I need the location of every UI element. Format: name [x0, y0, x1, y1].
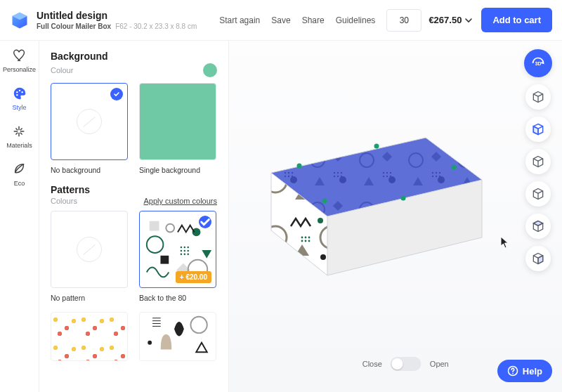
svg-point-20 — [187, 254, 189, 256]
chevron-down-icon — [464, 16, 473, 25]
svg-point-26 — [148, 341, 152, 345]
svg-point-6 — [166, 224, 174, 233]
view-cube-5[interactable] — [525, 214, 551, 239]
pattern-price-tag: + €20.00 — [176, 271, 211, 283]
bg-option-none[interactable] — [51, 83, 128, 160]
svg-point-60 — [512, 373, 514, 374]
svg-point-15 — [181, 250, 183, 252]
svg-marker-27 — [196, 343, 207, 353]
rail-eco[interactable]: Eco — [12, 162, 27, 187]
price-dropdown[interactable]: €267.50 — [429, 15, 473, 25]
none-icon — [77, 237, 102, 262]
background-heading: Background — [51, 51, 217, 62]
svg-point-5 — [192, 228, 201, 237]
svg-point-21 — [190, 317, 207, 333]
guidelines-link[interactable]: Guidelines — [336, 15, 376, 25]
style-panel: Background Colour No background Single b… — [39, 41, 229, 392]
design-title[interactable]: Untitled design — [37, 10, 197, 21]
svg-point-2 — [21, 91, 22, 93]
box-3d-render — [257, 97, 496, 308]
svg-marker-11 — [202, 250, 211, 259]
open-label: Open — [430, 360, 449, 368]
none-icon — [77, 109, 102, 134]
svg-point-57 — [322, 199, 327, 204]
open-close-toggle[interactable] — [391, 357, 422, 371]
svg-point-13 — [184, 247, 186, 249]
svg-point-12 — [181, 247, 183, 249]
svg-point-18 — [181, 254, 183, 256]
help-icon — [507, 365, 518, 377]
cursor-icon — [500, 236, 510, 249]
save-link[interactable]: Save — [271, 15, 290, 25]
pattern-option-eighties[interactable]: + €20.00 — [139, 211, 216, 288]
svg-point-3 — [16, 94, 18, 96]
sparkle-icon — [11, 124, 27, 139]
svg-point-16 — [184, 250, 186, 252]
background-sub: Colour — [51, 66, 73, 74]
view-cube-1[interactable] — [525, 84, 551, 110]
svg-point-54 — [374, 144, 379, 149]
svg-point-0 — [16, 91, 18, 93]
check-icon — [110, 88, 123, 100]
svg-point-17 — [187, 250, 189, 252]
patterns-heading: Patterns — [51, 184, 217, 195]
rail-personalize[interactable]: Personalize — [3, 48, 36, 73]
bg-option-single[interactable] — [139, 83, 216, 160]
svg-point-1 — [18, 90, 20, 91]
help-button[interactable]: Help — [497, 360, 552, 382]
svg-point-53 — [297, 164, 302, 169]
palette-icon — [12, 86, 27, 101]
preview-canvas[interactable]: Close Open — [229, 41, 562, 392]
pattern-option-logo[interactable] — [51, 312, 128, 361]
apply-custom-colours-link[interactable]: Apply custom colours — [143, 197, 217, 205]
colour-swatch[interactable] — [203, 63, 217, 77]
add-to-cart-button[interactable]: Add to cart — [481, 8, 552, 32]
rail-materials[interactable]: Materials — [6, 124, 32, 149]
svg-point-19 — [184, 254, 186, 256]
svg-point-4 — [147, 236, 164, 253]
view-cube-2[interactable] — [525, 117, 551, 142]
check-icon — [199, 216, 211, 228]
share-link[interactable]: Share — [302, 15, 325, 25]
svg-rect-7 — [150, 221, 159, 231]
quantity-field[interactable]: 30 — [386, 9, 422, 32]
close-label: Close — [362, 360, 382, 368]
pattern-option-art[interactable] — [139, 312, 216, 361]
view-cube-6[interactable] — [525, 246, 551, 271]
product-subtitle: Full Colour Mailer BoxF62 - 30.2 x 23.3 … — [37, 22, 197, 30]
view-3d-button[interactable]: 3D — [524, 49, 552, 77]
patterns-sub: Colours — [51, 197, 77, 205]
pattern-option-none[interactable] — [51, 211, 128, 288]
svg-point-14 — [187, 247, 189, 249]
heart-icon — [12, 48, 27, 63]
svg-point-56 — [401, 196, 406, 201]
app-logo — [10, 11, 30, 30]
svg-rect-9 — [160, 256, 169, 264]
view-cube-4[interactable] — [525, 181, 551, 207]
svg-point-55 — [452, 165, 457, 170]
leaf-icon — [12, 162, 27, 177]
start-again-link[interactable]: Start again — [219, 15, 260, 25]
view-cube-3[interactable] — [525, 149, 551, 174]
rail-style[interactable]: Style — [12, 86, 27, 111]
svg-text:3D: 3D — [535, 61, 542, 66]
